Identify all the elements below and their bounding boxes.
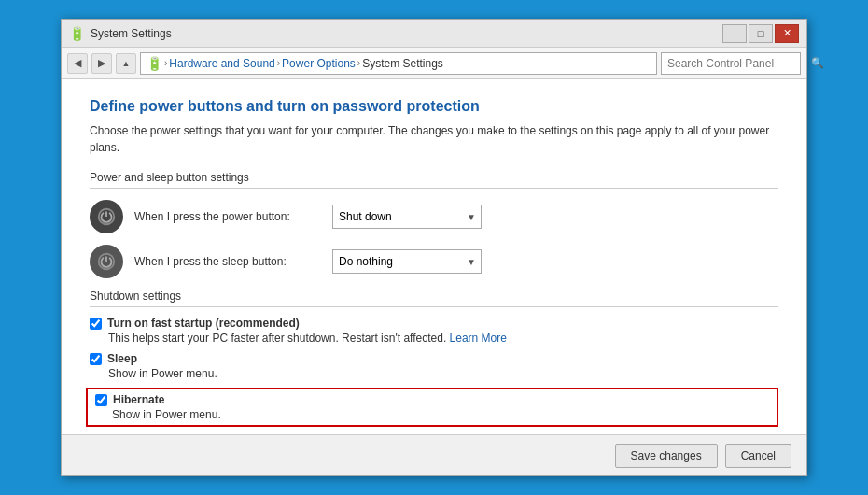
- search-box: 🔍: [661, 52, 801, 75]
- window-icon: 🔋: [69, 26, 85, 41]
- title-bar: 🔋 System Settings — □ ✕: [62, 20, 806, 48]
- footer: Save changes Cancel: [62, 434, 806, 475]
- sleep-button-label: When I press the sleep button:: [134, 255, 321, 268]
- maximize-button[interactable]: □: [749, 24, 773, 43]
- sleep-label[interactable]: Sleep: [107, 352, 137, 365]
- address-bar: ◀ ▶ ▲ 🔋 › Hardware and Sound › Power Opt…: [62, 48, 806, 79]
- breadcrumb-power-options[interactable]: Power Options: [282, 57, 356, 70]
- power-button-select[interactable]: Do nothing Sleep Hibernate Shut down Tur…: [332, 205, 482, 229]
- sleep-svg-icon: [96, 251, 117, 272]
- sleep-checkbox[interactable]: [90, 353, 102, 365]
- power-button-dropdown-wrapper: Do nothing Sleep Hibernate Shut down Tur…: [332, 205, 482, 229]
- content-area: Define power buttons and turn on passwor…: [62, 79, 806, 434]
- power-button-label: When I press the power button:: [134, 210, 321, 223]
- search-input[interactable]: [667, 57, 807, 70]
- sleep-button-select[interactable]: Do nothing Sleep Hibernate Shut down Tur…: [332, 249, 482, 274]
- power-button-row: When I press the power button: Do nothin…: [90, 200, 778, 233]
- hibernate-checkbox[interactable]: [95, 394, 107, 406]
- fast-startup-checkbox[interactable]: [90, 318, 102, 330]
- power-svg-icon: [96, 206, 117, 227]
- breadcrumb-sep1: ›: [164, 58, 167, 68]
- breadcrumb-icon: 🔋: [147, 56, 162, 71]
- search-icon: 🔍: [811, 57, 824, 69]
- fast-startup-sublabel: This helps start your PC faster after sh…: [108, 332, 778, 345]
- system-settings-window: 🔋 System Settings — □ ✕ ◀ ▶ ▲ 🔋 › Hardwa…: [61, 19, 807, 476]
- breadcrumb-current: System Settings: [362, 57, 443, 70]
- learn-more-link[interactable]: Learn More: [450, 332, 507, 345]
- sleep-row: Sleep Show in Power menu.: [90, 352, 778, 380]
- back-button[interactable]: ◀: [67, 53, 88, 74]
- shutdown-section-header: Shutdown settings: [90, 290, 778, 307]
- hibernate-label[interactable]: Hibernate: [113, 393, 164, 406]
- breadcrumb-hw-sound[interactable]: Hardware and Sound: [169, 57, 274, 70]
- fast-startup-row: Turn on fast startup (recommended) This …: [90, 317, 778, 345]
- window-title: System Settings: [91, 27, 172, 40]
- breadcrumb: 🔋 › Hardware and Sound › Power Options ›…: [140, 52, 657, 75]
- breadcrumb-sep3: ›: [357, 58, 360, 68]
- title-bar-controls: — □ ✕: [722, 24, 799, 43]
- fast-startup-label[interactable]: Turn on fast startup (recommended): [107, 317, 300, 330]
- power-buttons-section-header: Power and sleep button settings: [90, 171, 778, 189]
- close-button[interactable]: ✕: [775, 24, 799, 43]
- sleep-button-icon: [90, 245, 123, 278]
- sleep-button-dropdown-wrapper: Do nothing Sleep Hibernate Shut down Tur…: [332, 249, 482, 274]
- sleep-button-row: When I press the sleep button: Do nothin…: [90, 245, 778, 278]
- page-title: Define power buttons and turn on passwor…: [90, 98, 778, 115]
- sleep-sublabel: Show in Power menu.: [108, 367, 778, 380]
- hibernate-sublabel: Show in Power menu.: [112, 408, 769, 421]
- hibernate-row: Hibernate Show in Power menu.: [90, 388, 778, 427]
- power-button-icon: [90, 200, 123, 233]
- breadcrumb-sep2: ›: [277, 58, 280, 68]
- cancel-button[interactable]: Cancel: [725, 444, 791, 468]
- fast-startup-checkbox-row: Turn on fast startup (recommended): [90, 317, 778, 330]
- hibernate-highlight-box: Hibernate Show in Power menu.: [86, 388, 778, 427]
- hibernate-checkbox-row: Hibernate: [95, 393, 769, 406]
- shutdown-section: Shutdown settings Turn on fast startup (…: [90, 290, 778, 434]
- page-description: Choose the power settings that you want …: [90, 122, 778, 156]
- minimize-button[interactable]: —: [722, 24, 747, 43]
- up-button[interactable]: ▲: [116, 53, 136, 74]
- title-bar-left: 🔋 System Settings: [69, 26, 172, 41]
- forward-button[interactable]: ▶: [91, 53, 112, 74]
- sleep-checkbox-row: Sleep: [90, 352, 778, 365]
- save-changes-button[interactable]: Save changes: [615, 444, 718, 468]
